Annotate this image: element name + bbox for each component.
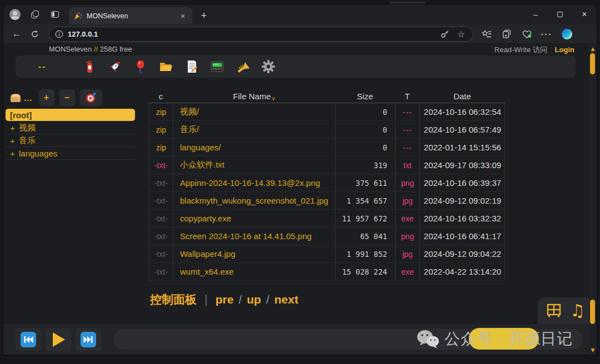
tree-item-languages[interactable]: + languages bbox=[6, 147, 135, 160]
rocket-upload-button[interactable] bbox=[102, 58, 128, 75]
tree-jump-button[interactable] bbox=[80, 89, 102, 106]
prev-folder-link[interactable]: pre bbox=[216, 293, 234, 306]
next-folder-link[interactable]: next bbox=[274, 293, 298, 306]
tree-collapse-button[interactable]: − bbox=[59, 89, 75, 106]
row-textview-link[interactable]: -txt- bbox=[149, 174, 173, 191]
row-file-link[interactable]: languages/ bbox=[173, 139, 335, 156]
audio-player-toggle-icon[interactable]: ♫ bbox=[570, 302, 585, 319]
scrollbar-segment[interactable] bbox=[590, 300, 595, 324]
copyparty-page: MONSeleven // 258G free Read-Write 访问 Lo… bbox=[3, 43, 597, 355]
previous-track-button[interactable] bbox=[16, 328, 41, 351]
next-track-button[interactable] bbox=[76, 328, 101, 351]
tree-item-video[interactable]: + 视频 bbox=[6, 122, 135, 134]
breadcrumb-toggle-button[interactable]: ... bbox=[8, 89, 34, 106]
row-textview-link[interactable]: zip bbox=[149, 121, 173, 138]
collections-button[interactable] bbox=[498, 26, 516, 42]
breadcrumb[interactable]: MONSeleven // 258G free bbox=[49, 45, 132, 53]
memo-icon bbox=[185, 59, 198, 74]
expand-plus-icon[interactable]: + bbox=[10, 136, 19, 145]
row-file-link[interactable]: Wallpaper4.jpg bbox=[173, 245, 335, 262]
copilot-button[interactable] bbox=[558, 26, 576, 42]
col-header-type[interactable]: T bbox=[395, 90, 419, 103]
vertical-tabs-button[interactable] bbox=[47, 7, 63, 22]
maximize-button[interactable] bbox=[548, 4, 572, 24]
row-type-link[interactable]: txt bbox=[395, 156, 419, 174]
row-textview-link[interactable]: -txt- bbox=[149, 192, 173, 209]
row-textview-link[interactable]: -txt- bbox=[149, 156, 173, 174]
watermark-text: 公众号 · 开源日记 bbox=[444, 328, 573, 350]
address-bar[interactable]: 127.0.0.1 ☆ bbox=[49, 27, 473, 42]
row-type-link[interactable]: png bbox=[395, 228, 419, 245]
row-type-link[interactable]: exe bbox=[395, 263, 419, 280]
tree-item-root[interactable]: [root] bbox=[6, 109, 135, 121]
message-calculator-button[interactable] bbox=[204, 58, 230, 75]
toggle-columns-button[interactable]: -- bbox=[30, 58, 54, 75]
refresh-icon bbox=[31, 30, 39, 38]
url-text[interactable]: 127.0.0.1 bbox=[68, 30, 441, 38]
col-header-date[interactable]: Date bbox=[419, 90, 505, 103]
scroll-up-arrow-icon[interactable]: ▲ bbox=[589, 46, 597, 52]
tree-item-music[interactable]: + 音乐 bbox=[6, 134, 135, 147]
expand-plus-icon[interactable]: + bbox=[10, 123, 19, 133]
up-folder-link[interactable]: up bbox=[247, 293, 261, 306]
row-file-link[interactable]: wumt_x64.exe bbox=[173, 263, 335, 280]
scrollbar-thumb[interactable] bbox=[590, 53, 595, 74]
col-header-name[interactable]: File Name v bbox=[173, 90, 335, 103]
row-file-link[interactable]: copyparty.exe bbox=[173, 210, 335, 227]
row-file-link[interactable]: 小众软件.txt bbox=[173, 156, 335, 174]
row-textview-link[interactable]: zip bbox=[149, 139, 173, 156]
folder-nav-links: pre / up / next bbox=[216, 293, 298, 306]
minimize-button[interactable]: – bbox=[523, 4, 548, 24]
tab-close-icon[interactable]: × bbox=[178, 12, 188, 21]
row-type-link[interactable]: exe bbox=[395, 210, 419, 227]
row-type-link[interactable]: --- bbox=[395, 103, 419, 120]
row-size: 1 991 852 bbox=[335, 245, 395, 262]
play-button[interactable] bbox=[46, 328, 71, 351]
favorite-star-icon[interactable]: ☆ bbox=[457, 29, 465, 39]
profile-avatar[interactable] bbox=[7, 7, 23, 22]
row-file-link[interactable]: Screen 2024-10-16 at 14.41.05.png bbox=[173, 228, 335, 245]
settings-gear-button[interactable] bbox=[256, 58, 281, 75]
password-key-icon[interactable] bbox=[441, 29, 449, 38]
row-textview-link[interactable]: -txt- bbox=[149, 263, 173, 280]
row-type-link[interactable]: jpg bbox=[395, 245, 419, 262]
row-textview-link[interactable]: -txt- bbox=[149, 228, 173, 245]
fire-extinguisher-button[interactable] bbox=[77, 58, 102, 75]
browser-navbar: ← 127.0.0.1 bbox=[3, 24, 597, 43]
row-type-link[interactable]: png bbox=[395, 174, 419, 191]
refresh-button[interactable] bbox=[26, 26, 43, 42]
row-textview-link[interactable]: zip bbox=[149, 103, 173, 120]
col-header-c[interactable]: c bbox=[149, 90, 173, 103]
mkdir-folder-button[interactable] bbox=[153, 58, 179, 75]
row-type-link[interactable]: --- bbox=[395, 139, 419, 156]
row-file-link[interactable]: blackmyth_wukong_screenshot_021.jpg bbox=[173, 192, 335, 209]
row-type-link[interactable]: jpg bbox=[395, 192, 419, 209]
browser-tab[interactable]: MONSeleven × bbox=[69, 7, 192, 24]
login-link[interactable]: Login bbox=[555, 46, 574, 54]
favorites-bar-button[interactable] bbox=[478, 26, 496, 42]
row-file-link[interactable]: Appinn-2024-10-16-14.39.13@2x.png bbox=[173, 174, 335, 191]
workspaces-button[interactable] bbox=[27, 7, 43, 22]
row-file-link[interactable]: 视频/ bbox=[173, 103, 335, 120]
col-header-size[interactable]: Size bbox=[335, 90, 395, 103]
browser-essentials-button[interactable] bbox=[518, 26, 536, 42]
expand-plus-icon[interactable]: + bbox=[10, 149, 19, 158]
row-textview-link[interactable]: -txt- bbox=[149, 210, 173, 227]
settings-more-button[interactable]: ··· bbox=[538, 26, 556, 42]
new-doc-button[interactable] bbox=[179, 58, 204, 75]
close-button[interactable]: × bbox=[572, 4, 597, 24]
row-textview-link[interactable]: -txt- bbox=[149, 245, 173, 262]
scroll-down-arrow-icon[interactable]: ▼ bbox=[589, 347, 597, 353]
balloon-bup-button[interactable] bbox=[128, 58, 153, 75]
site-name[interactable]: MONSeleven bbox=[49, 45, 92, 53]
new-tab-button[interactable]: + bbox=[197, 8, 211, 23]
control-panel-link[interactable]: 控制面板 bbox=[150, 292, 197, 307]
tree-expand-button[interactable]: + bbox=[39, 89, 54, 106]
audio-trumpet-button[interactable] bbox=[230, 58, 256, 75]
page-scrollbar[interactable]: ▲ ▼ bbox=[589, 43, 597, 355]
row-type-link[interactable]: --- bbox=[395, 121, 419, 138]
grid-view-toggle-icon[interactable] bbox=[546, 302, 562, 319]
site-info-icon[interactable] bbox=[55, 30, 63, 38]
back-button[interactable]: ← bbox=[8, 26, 26, 42]
row-file-link[interactable]: 音乐/ bbox=[173, 121, 335, 138]
